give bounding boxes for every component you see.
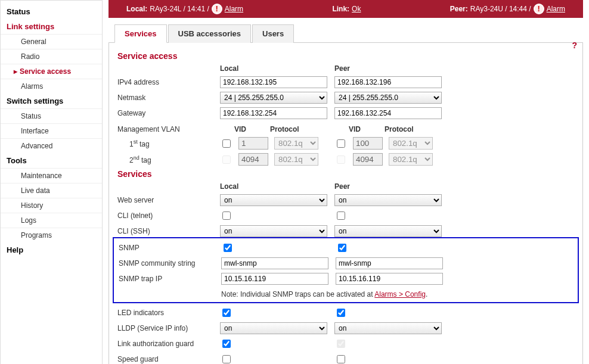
alarm-icon[interactable]: !: [212, 4, 222, 14]
col-head-local-2: Local: [220, 182, 327, 191]
led-local-checkbox[interactable]: [222, 309, 231, 317]
label-2nd-tag: 2nd tag: [117, 155, 213, 164]
label-snmp-community: SNMP community string: [119, 259, 214, 267]
netmask-peer-select[interactable]: 24 | 255.255.255.0: [334, 92, 442, 104]
sidebar-item-alarms[interactable]: Alarms: [1, 79, 102, 94]
snmp-peer-checkbox[interactable]: [338, 244, 346, 252]
sidebar-group-link-settings[interactable]: Link settings: [1, 19, 102, 34]
snmp-trap-peer-input[interactable]: [336, 273, 443, 285]
col-head-vid-peer: VID: [349, 125, 379, 133]
snmp-note: Note: Individual SNMP traps can be activ…: [221, 288, 443, 298]
ipv4-peer-input[interactable]: [334, 76, 442, 88]
topbar-local: Local: RAy3-24L / 14:41 / ! Alarm: [126, 4, 243, 14]
tab-users[interactable]: Users: [252, 24, 294, 43]
sidebar-item-live-data[interactable]: Live data: [1, 183, 102, 198]
web-local-select[interactable]: on: [220, 194, 327, 206]
cli-telnet-peer-checkbox[interactable]: [337, 211, 345, 220]
panel: Service access Local Peer IPv4 address N…: [108, 43, 583, 364]
tab-bar: Services USB accessories Users: [108, 24, 583, 43]
label-web-server: Web server: [117, 196, 213, 204]
tag2-vid-local-input: [238, 153, 268, 166]
tag2-proto-local-select: 802.1q: [274, 153, 318, 166]
tag1-local-enable-checkbox[interactable]: [222, 139, 231, 148]
lldp-local-select[interactable]: on: [220, 322, 327, 334]
cli-ssh-local-select[interactable]: on: [220, 225, 327, 237]
cli-ssh-peer-select[interactable]: on: [334, 225, 442, 237]
tab-services[interactable]: Services: [114, 24, 167, 43]
sidebar-item-logs[interactable]: Logs: [1, 213, 102, 228]
sidebar-group-help[interactable]: Help: [1, 242, 102, 257]
snmp-note-link[interactable]: Alarms > Config: [374, 290, 426, 298]
tag2-proto-peer-select: 802.1q: [389, 153, 433, 166]
label-link-auth-guard: Link authorization guard: [117, 340, 213, 348]
topbar-peer-alarm-link[interactable]: Alarm: [547, 5, 565, 13]
netmask-local-select[interactable]: 24 | 255.255.255.0: [220, 92, 327, 104]
tag2-vid-peer-input: [353, 153, 383, 166]
speed-guard-peer-checkbox[interactable]: [337, 355, 345, 363]
section-services-title: Services: [117, 166, 574, 182]
sidebar-item-sw-status[interactable]: Status: [1, 108, 102, 123]
sidebar-item-general[interactable]: General: [1, 34, 102, 49]
tag1-vid-local-input[interactable]: [238, 137, 268, 150]
label-lldp: LLDP (Service IP info): [117, 324, 213, 332]
section-service-access-title: Service access: [117, 48, 574, 64]
sidebar: Status Link settings General Radio Servi…: [0, 0, 103, 364]
tab-usb-accessories[interactable]: USB accessories: [168, 24, 252, 43]
col-head-protocol-peer: Protocol: [385, 125, 414, 133]
topbar-link: Link: Ok: [332, 5, 361, 13]
label-netmask: Netmask: [117, 94, 213, 102]
top-status-bar: Local: RAy3-24L / 14:41 / ! Alarm Link: …: [108, 0, 583, 18]
snmp-community-local-input[interactable]: [221, 257, 328, 269]
snmp-local-checkbox[interactable]: [224, 244, 232, 252]
speed-guard-local-checkbox[interactable]: [222, 355, 231, 363]
topbar-peer: Peer: RAy3-24U / 14:44 / ! Alarm: [450, 4, 565, 14]
sidebar-group-status[interactable]: Status: [1, 4, 102, 19]
snmp-trap-local-input[interactable]: [221, 273, 328, 285]
ipv4-local-input[interactable]: [220, 76, 327, 88]
tag1-proto-local-select[interactable]: 802.1q: [274, 137, 318, 150]
topbar-local-value: RAy3-24L / 14:41 /: [150, 5, 209, 13]
label-cli-telnet: CLI (telnet): [117, 211, 213, 220]
gateway-peer-input[interactable]: [334, 107, 442, 119]
sidebar-item-history[interactable]: History: [1, 198, 102, 213]
link-auth-peer-checkbox: [337, 340, 345, 348]
tag2-peer-enable-checkbox: [337, 155, 345, 164]
tag1-peer-enable-checkbox[interactable]: [337, 139, 345, 148]
topbar-local-alarm-link[interactable]: Alarm: [225, 5, 243, 13]
gateway-local-input[interactable]: [220, 107, 327, 119]
tag1-proto-peer-select[interactable]: 802.1q: [389, 137, 433, 150]
col-head-vid-local: VID: [234, 125, 264, 133]
link-auth-local-checkbox[interactable]: [222, 340, 231, 348]
snmp-community-peer-input[interactable]: [336, 257, 443, 269]
sidebar-group-switch-settings[interactable]: Switch settings: [1, 94, 102, 108]
label-gateway: Gateway: [117, 109, 213, 117]
col-head-local: Local: [220, 64, 327, 73]
led-peer-checkbox[interactable]: [337, 309, 345, 317]
alarm-icon[interactable]: !: [534, 4, 544, 14]
web-peer-select[interactable]: on: [334, 194, 442, 206]
col-head-protocol-local: Protocol: [270, 125, 299, 133]
sidebar-item-programs[interactable]: Programs: [1, 228, 102, 242]
topbar-link-label: Link:: [332, 5, 349, 13]
topbar-link-value[interactable]: Ok: [352, 5, 361, 13]
label-speed-guard: Speed guard: [117, 355, 213, 363]
label-snmp: SNMP: [119, 244, 214, 252]
cli-telnet-local-checkbox[interactable]: [222, 211, 231, 220]
sidebar-item-maintenance[interactable]: Maintenance: [1, 168, 102, 183]
sidebar-item-advanced[interactable]: Advanced: [1, 138, 102, 153]
tag1-vid-peer-input[interactable]: [353, 137, 383, 150]
tag2-local-enable-checkbox: [222, 155, 231, 164]
sidebar-item-interface[interactable]: Interface: [1, 123, 102, 138]
topbar-peer-label: Peer:: [450, 5, 468, 13]
sidebar-group-tools[interactable]: Tools: [1, 153, 102, 168]
topbar-peer-value: RAy3-24U / 14:44 /: [470, 5, 531, 13]
topbar-local-label: Local:: [126, 5, 147, 13]
sidebar-item-service-access[interactable]: Service access: [1, 64, 102, 79]
lldp-peer-select[interactable]: on: [334, 322, 442, 334]
label-ipv4: IPv4 address: [117, 78, 213, 86]
label-snmp-trap-ip: SNMP trap IP: [119, 275, 214, 283]
label-1st-tag: 1st tag: [117, 139, 213, 148]
sidebar-item-radio[interactable]: Radio: [1, 49, 102, 64]
label-cli-ssh: CLI (SSH): [117, 227, 213, 235]
snmp-highlight-box: SNMP SNMP community string SNMP trap IP …: [113, 237, 579, 303]
